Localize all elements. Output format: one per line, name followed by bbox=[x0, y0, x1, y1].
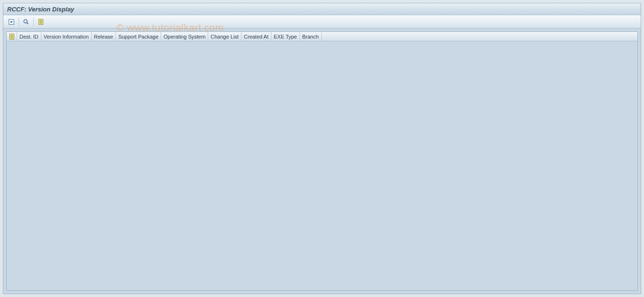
selector-document-icon bbox=[9, 33, 15, 40]
column-header-dest-id[interactable]: Dest. ID bbox=[17, 32, 41, 41]
column-header-branch[interactable]: Branch bbox=[300, 32, 322, 41]
table-select-all-button[interactable] bbox=[7, 32, 17, 41]
refresh-arrow-icon bbox=[8, 19, 15, 25]
magnifier-icon bbox=[23, 19, 29, 25]
app-window: RCCF: Version Display bbox=[3, 3, 641, 294]
toolbar bbox=[3, 15, 641, 29]
content-area: Dest. ID Version Information Release Sup… bbox=[3, 29, 641, 294]
refresh-button[interactable] bbox=[6, 17, 17, 27]
column-header-support-package[interactable]: Support Package bbox=[116, 32, 161, 41]
title-bar: RCCF: Version Display bbox=[3, 3, 641, 15]
window-title: RCCF: Version Display bbox=[7, 6, 74, 13]
column-header-release[interactable]: Release bbox=[92, 32, 116, 41]
svg-line-2 bbox=[27, 22, 28, 24]
column-header-change-list[interactable]: Change List bbox=[208, 32, 241, 41]
column-header-version-information[interactable]: Version Information bbox=[41, 32, 92, 41]
report-document-icon bbox=[38, 19, 44, 25]
column-header-created-at[interactable]: Created At bbox=[241, 32, 271, 41]
table-header-row: Dest. ID Version Information Release Sup… bbox=[7, 32, 637, 41]
svg-point-1 bbox=[24, 20, 27, 23]
column-header-exe-type[interactable]: EXE Type bbox=[271, 32, 300, 41]
report-button[interactable] bbox=[36, 17, 46, 27]
toolbar-separator bbox=[33, 18, 34, 26]
table-panel: Dest. ID Version Information Release Sup… bbox=[6, 31, 638, 291]
toolbar-separator bbox=[19, 18, 19, 26]
column-header-operating-system[interactable]: Operating System bbox=[161, 32, 208, 41]
search-button[interactable] bbox=[21, 17, 31, 27]
